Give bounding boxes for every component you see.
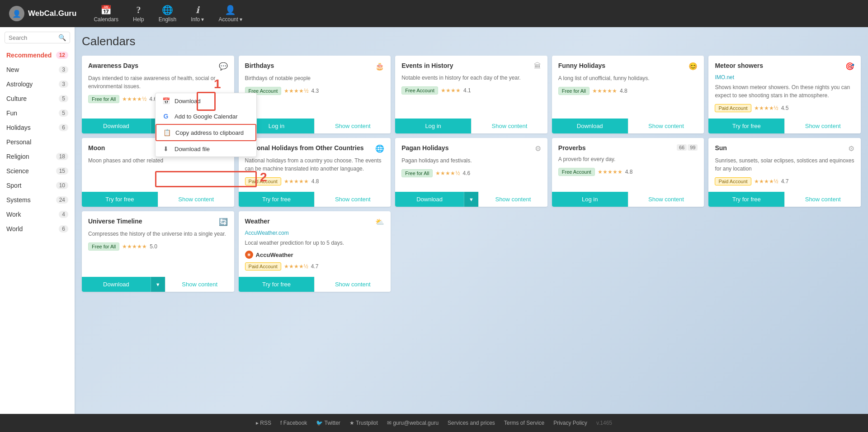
account-label: Account ▾ (218, 16, 242, 23)
dropdown-item-download[interactable]: 📅 Download (156, 93, 256, 109)
sidebar-badge-fun: 5 (59, 109, 68, 117)
sidebar-item-new[interactable]: New 3 (0, 62, 75, 77)
national-holidays-show-button[interactable]: Show content (314, 192, 391, 207)
moon-show-button[interactable]: Show content (158, 192, 234, 207)
proverbs-desc: A proverb for every day. (558, 155, 698, 163)
universe-timeline-title: Universe Timeline (88, 218, 142, 225)
sidebar-badge-astrology: 3 (59, 81, 68, 88)
search-input[interactable] (9, 34, 58, 41)
proverbs-badge: Free Account (558, 168, 595, 176)
card-funny-holidays: Funny Holidays 😊 A long list of unoffici… (552, 56, 704, 133)
nav-item-info[interactable]: ℹ Info ▾ (184, 3, 210, 24)
proverbs-title: Proverbs (558, 144, 586, 152)
national-holidays-title: National Holidays from Other Countries (245, 144, 364, 152)
events-history-login-button[interactable]: Log in (395, 119, 471, 133)
nav-item-account[interactable]: 👤 Account ▾ (212, 3, 249, 24)
universe-timeline-show-button[interactable]: Show content (165, 277, 234, 292)
universe-timeline-split-arrow[interactable]: ▼ (151, 277, 165, 292)
sidebar-badge-new: 3 (59, 66, 68, 73)
funny-holidays-rating: 4.8 (620, 88, 627, 94)
meteor-showers-link[interactable]: IMO.net (715, 74, 854, 81)
events-history-desc: Notable events in history for each day o… (401, 74, 541, 82)
universe-timeline-icon: 🔄 (219, 218, 228, 226)
sidebar-item-world[interactable]: World 6 (0, 222, 75, 236)
nav-item-english[interactable]: 🌐 English (152, 3, 183, 24)
birthdays-icon: 🎂 (375, 62, 384, 71)
universe-timeline-download-button[interactable]: Download (82, 277, 151, 292)
sidebar-badge-sport: 10 (56, 182, 68, 189)
pagan-holidays-split-arrow[interactable]: ▼ (464, 192, 478, 207)
sidebar-label-work: Work (6, 211, 21, 218)
birthdays-desc: Birthdays of notable people (245, 74, 385, 82)
content-area: Calendars Awareness Days 💬 Days intended… (75, 27, 868, 414)
sidebar-item-work[interactable]: Work 4 (0, 207, 75, 222)
sidebar-item-sport[interactable]: Sport 10 (0, 178, 75, 193)
dropdown-item-google[interactable]: G Add to Google Calendar (156, 109, 256, 124)
dropdown-clipboard-label: Copy address to clipboard (175, 129, 244, 136)
universe-timeline-desc: Compresses the history of the universe i… (88, 230, 228, 238)
footer-terms[interactable]: Terms of Service (504, 420, 544, 426)
pagan-holidays-show-button[interactable]: Show content (478, 192, 547, 207)
funny-holidays-icon: 😊 (689, 62, 698, 71)
pagan-holidays-download-button[interactable]: Download (395, 192, 464, 207)
meteor-showers-show-button[interactable]: Show content (784, 119, 861, 133)
footer-twitter[interactable]: 🐦 Twitter (316, 420, 340, 426)
dropdown-item-clipboard[interactable]: 📋 Copy address to clipboard (156, 124, 256, 141)
pagan-holidays-title: Pagan Holidays (401, 144, 448, 152)
awareness-days-download-button[interactable]: Download (82, 119, 151, 133)
funny-holidays-download-button[interactable]: Download (552, 119, 628, 133)
sidebar-item-religion[interactable]: Religion 18 (0, 149, 75, 164)
sidebar-item-recommended[interactable]: Recommended 12 (0, 48, 75, 62)
nav-item-help[interactable]: ? Help (127, 3, 151, 24)
card-national-holidays: National Holidays from Other Countries 🌐… (239, 138, 391, 207)
footer: ▸ RSS f Facebook 🐦 Twitter ★ Trustpilot … (0, 414, 868, 432)
sidebar-badge-religion: 18 (56, 153, 68, 160)
sidebar-item-holidays[interactable]: Holidays 6 (0, 120, 75, 135)
sun-stars: ★★★★½ (754, 178, 778, 185)
weather-link[interactable]: AccuWeather.com (245, 230, 385, 236)
logo-icon: 👤 (9, 6, 24, 21)
events-history-show-button[interactable]: Show content (471, 119, 547, 133)
sidebar-item-personal[interactable]: Personal (0, 135, 75, 149)
sidebar-item-science[interactable]: Science 15 (0, 164, 75, 178)
dropdown-menu: 📅 Download G Add to Google Calendar 📋 Co… (155, 93, 257, 157)
footer-services[interactable]: Services and prices (448, 420, 495, 426)
national-holidays-tryfree-button[interactable]: Try for free (239, 192, 315, 207)
proverbs-login-button[interactable]: Log in (552, 192, 628, 207)
logo[interactable]: 👤 WebCal.Guru (9, 6, 76, 21)
sidebar-badge-culture: 5 (59, 95, 68, 102)
card-pagan-holidays: Pagan Holidays ⚙ Pagan holidays and fest… (395, 138, 547, 207)
footer-privacy[interactable]: Privacy Policy (553, 420, 587, 426)
meteor-showers-stars: ★★★★½ (754, 105, 778, 111)
sun-tryfree-button[interactable]: Try for free (708, 192, 784, 207)
footer-trustpilot[interactable]: ★ Trustpilot (349, 420, 378, 426)
proverbs-show-button[interactable]: Show content (628, 192, 704, 207)
logo-text: WebCal.Guru (28, 9, 76, 18)
sidebar-item-culture[interactable]: Culture 5 (0, 91, 75, 106)
awareness-days-desc: Days intended to raise awareness of heal… (88, 74, 228, 90)
sidebar-item-systems[interactable]: Systems 24 (0, 193, 75, 207)
proverbs-icon-99: 99 (688, 144, 698, 151)
footer-facebook[interactable]: f Facebook (280, 420, 307, 426)
weather-icon: ⛅ (375, 218, 384, 226)
weather-tryfree-button[interactable]: Try for free (239, 277, 315, 292)
funny-holidays-show-button[interactable]: Show content (628, 119, 704, 133)
national-holidays-icon: 🌐 (375, 144, 384, 153)
footer-rss[interactable]: ▸ RSS (256, 420, 271, 426)
moon-tryfree-button[interactable]: Try for free (82, 192, 158, 207)
meteor-showers-tryfree-button[interactable]: Try for free (708, 119, 784, 133)
sidebar-item-fun[interactable]: Fun 5 (0, 106, 75, 120)
weather-show-button[interactable]: Show content (314, 277, 391, 292)
proverbs-stars: ★★★★★ (598, 169, 623, 175)
birthdays-show-button[interactable]: Show content (314, 119, 391, 133)
sun-icon: ⚙ (848, 144, 854, 153)
nav-item-calendars[interactable]: 📅 Calendars (87, 3, 125, 24)
awareness-days-stars: ★★★★½ (122, 96, 146, 102)
dropdown-item-download-file[interactable]: ⬇ Download file (156, 141, 256, 157)
sidebar-item-astrology[interactable]: Astrology 3 (0, 77, 75, 91)
dropdown-download-label: Download (175, 98, 201, 104)
footer-email[interactable]: ✉ guru@webcal.guru (387, 420, 439, 426)
sun-show-button[interactable]: Show content (784, 192, 861, 207)
sun-title: Sun (715, 144, 726, 152)
weather-title: Weather (245, 218, 270, 225)
